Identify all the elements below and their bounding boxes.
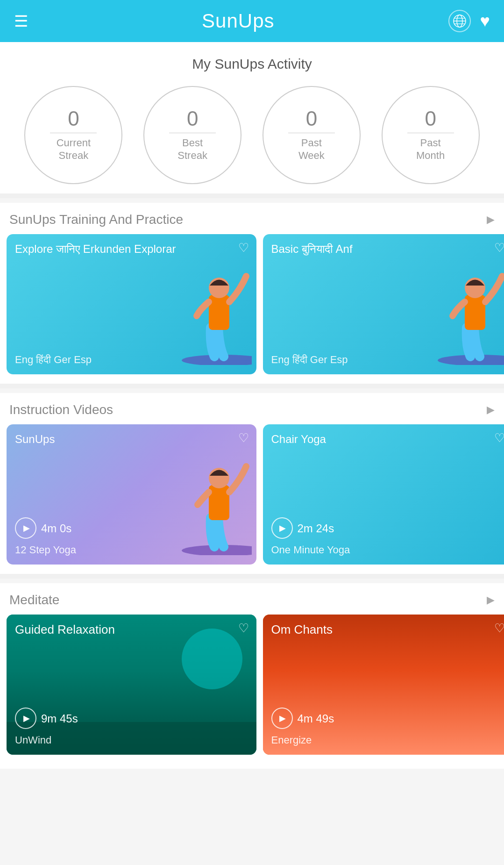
meditate-card-1-title: Guided Relaxation (15, 622, 228, 638)
instruction-card-2[interactable]: Chair Yoga ♡ ▶ 2m 24s One Minute Yoga (263, 424, 504, 565)
play-icon-2: ▶ (279, 523, 286, 533)
training-card-2[interactable]: Basic बुनियादी Anf ♡ Eng हिंदी Ger Esp (263, 234, 504, 374)
instruction-card-2-subtitle: One Minute Yoga (271, 544, 350, 556)
header-left: ☰ (14, 13, 28, 29)
spacer-3 (0, 574, 504, 579)
training-card-2-langs: Eng हिंदी Ger Esp (271, 354, 348, 366)
meditate-card-2-duration: 4m 49s (298, 712, 334, 725)
past-week-value: 0 (306, 108, 317, 129)
spacer-2 (0, 384, 504, 388)
favorites-icon[interactable]: ♥ (480, 11, 490, 31)
past-month-label: PastMonth (416, 137, 445, 162)
instruction-card-2-play[interactable]: ▶ (271, 517, 293, 539)
svg-rect-13 (465, 295, 485, 330)
best-streak-label: BestStreak (177, 137, 207, 162)
best-streak-value: 0 (187, 108, 198, 129)
app-header: ☰ SunUps ♥ (0, 0, 504, 42)
play-icon-1: ▶ (23, 523, 30, 533)
yoga-figure-2 (433, 248, 504, 365)
meditate-card-2[interactable]: Om Chants ♡ ▶ 4m 49s Energize (263, 615, 504, 755)
meditate-header: Meditate ▶ (0, 583, 504, 615)
stat-current-streak: 0 CurrentStreak (24, 86, 122, 184)
training-cards-row: Explore जानिए Erkunden Explorar ♡ (0, 234, 504, 384)
stat-divider-4 (407, 133, 454, 133)
globe-icon[interactable] (448, 10, 471, 32)
spacer-1 (0, 193, 504, 198)
instruction-card-2-title: Chair Yoga (271, 432, 485, 446)
play-icon-3: ▶ (23, 713, 30, 723)
stat-divider-1 (50, 133, 97, 133)
meditate-card-1[interactable]: Guided Relaxation ♡ ▶ 9m 45s UnWind (7, 615, 256, 755)
yoga-figure-video-1 (177, 438, 252, 555)
instruction-card-1-play[interactable]: ▶ (15, 517, 36, 539)
past-week-label: PastWeek (298, 137, 325, 162)
svg-rect-18 (209, 485, 229, 520)
training-chevron[interactable]: ▶ (487, 214, 495, 226)
stat-past-week: 0 PastWeek (263, 86, 361, 184)
training-card-1[interactable]: Explore जानिए Erkunden Explorar ♡ (7, 234, 256, 374)
meditate-card-2-subtitle: Energize (271, 734, 312, 746)
play-icon-4: ▶ (279, 713, 286, 723)
app-title: SunUps (202, 10, 274, 32)
instruction-card-1-duration: 4m 0s (41, 522, 71, 535)
instruction-card-1[interactable]: SunUps ♡ ▶ 4m 0s 12 Step Yoga (7, 424, 256, 565)
meditate-card-1-duration: 9m 45s (41, 712, 78, 725)
training-section: SunUps Training And Practice ▶ Explore ज… (0, 203, 504, 384)
instruction-card-2-heart[interactable]: ♡ (494, 431, 504, 445)
stat-divider-2 (169, 133, 216, 133)
meditate-cards-row: Guided Relaxation ♡ ▶ 9m 45s UnWind Om C… (0, 615, 504, 764)
instruction-card-1-subtitle: 12 Step Yoga (15, 544, 76, 556)
meditate-card-1-heart[interactable]: ♡ (238, 621, 249, 636)
training-card-1-langs: Eng हिंदी Ger Esp (15, 354, 92, 366)
svg-rect-8 (209, 295, 229, 330)
stat-past-month: 0 PastMonth (382, 86, 480, 184)
meditate-card-2-heart[interactable]: ♡ (494, 621, 504, 636)
current-streak-value: 0 (68, 108, 79, 129)
yoga-figure-1 (177, 248, 252, 365)
stat-divider-3 (288, 133, 335, 133)
meditate-card-2-title: Om Chants (271, 622, 485, 638)
menu-icon[interactable]: ☰ (14, 13, 28, 29)
meditate-chevron[interactable]: ▶ (487, 594, 495, 606)
meditate-card-2-play[interactable]: ▶ (271, 708, 293, 729)
instruction-card-2-duration: 2m 24s (298, 522, 334, 535)
instruction-cards-row: SunUps ♡ ▶ 4m 0s 12 Step Yoga (0, 424, 504, 574)
stats-row: 0 CurrentStreak 0 BestStreak 0 PastWeek … (9, 86, 495, 184)
current-streak-label: CurrentStreak (57, 137, 91, 162)
header-right: ♥ (448, 10, 490, 32)
instruction-title: Instruction Videos (9, 402, 113, 417)
training-title: SunUps Training And Practice (9, 212, 183, 227)
instruction-chevron[interactable]: ▶ (487, 404, 495, 416)
meditate-section: Meditate ▶ Guided Relaxation ♡ ▶ 9m 45s … (0, 583, 504, 769)
meditate-card-1-play[interactable]: ▶ (15, 708, 36, 729)
instruction-header: Instruction Videos ▶ (0, 393, 504, 424)
stat-best-streak: 0 BestStreak (143, 86, 241, 184)
activity-section: My SunUps Activity 0 CurrentStreak 0 Bes… (0, 42, 504, 193)
activity-title: My SunUps Activity (9, 56, 495, 72)
instruction-section: Instruction Videos ▶ SunUps ♡ ▶ (0, 393, 504, 574)
meditate-card-1-subtitle: UnWind (15, 734, 51, 746)
meditate-title: Meditate (9, 593, 59, 608)
training-header: SunUps Training And Practice ▶ (0, 203, 504, 234)
past-month-value: 0 (425, 108, 436, 129)
